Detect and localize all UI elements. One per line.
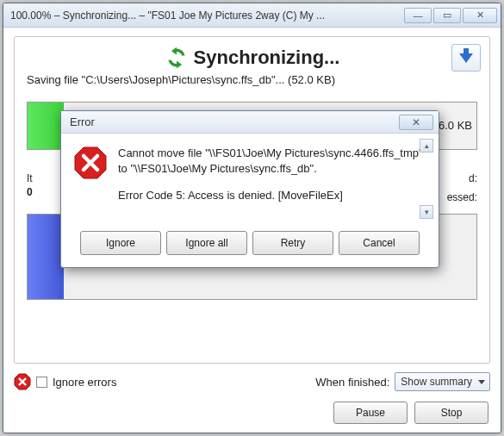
when-finished-label: When finished: (315, 376, 389, 389)
dialog-scrollbar[interactable]: ▴ ▾ (420, 139, 433, 219)
items-value: 0 (27, 186, 33, 198)
sync-icon (165, 46, 189, 70)
items-label: It (27, 172, 33, 184)
error-icon (14, 373, 31, 390)
dialog-message: Cannot move file "\\FS01\Joe\My Pictures… (118, 146, 426, 215)
progress-size-label: 6.0 KB (439, 119, 472, 132)
footer-row: Ignore errors When finished: Show summar… (14, 372, 490, 391)
when-finished-value: Show summary (401, 376, 472, 388)
scroll-up-icon[interactable]: ▴ (420, 139, 433, 153)
titlebar: 100.00% – Synchronizing... – "FS01 Joe M… (3, 3, 501, 28)
dialog-msg-2: Error Code 5: Access is denied. [MoveFil… (118, 188, 426, 203)
retry-button[interactable]: Retry (252, 231, 333, 255)
dialog-msg-1: Cannot move file "\\FS01\Joe\My Pictures… (118, 146, 426, 176)
sync-title: Synchronizing... (194, 47, 340, 69)
stop-button[interactable]: Stop (414, 402, 488, 424)
button-row: Pause Stop (14, 402, 490, 424)
window-title: 100.00% – Synchronizing... – "FS01 Joe M… (10, 9, 404, 22)
window-controls: — ▭ ✕ (404, 8, 497, 23)
dialog-title: Error (70, 115, 399, 128)
ignore-errors-label: Ignore errors (53, 376, 116, 389)
dialog-titlebar: Error ✕ (61, 111, 439, 134)
when-finished-dropdown[interactable]: Show summary (395, 372, 490, 391)
processed-label: essed: (447, 191, 477, 203)
scroll-down-icon[interactable]: ▾ (420, 205, 433, 219)
ignore-button[interactable]: Ignore (80, 231, 161, 255)
down-arrow-icon (459, 53, 473, 63)
progress-fill-2 (28, 215, 64, 299)
remaining-label: d: (447, 172, 477, 184)
sync-header: Synchronizing... (27, 46, 477, 70)
dialog-buttons: Ignore Ignore all Retry Cancel (61, 224, 439, 267)
pause-button[interactable]: Pause (333, 402, 408, 424)
progress-fill-1 (28, 103, 64, 149)
error-dialog: Error ✕ Cannot move file "\\FS01\Joe\My … (60, 110, 439, 268)
dialog-body: Cannot move file "\\FS01\Joe\My Pictures… (61, 134, 439, 224)
minimize-button[interactable]: — (404, 8, 432, 23)
collapse-button[interactable] (451, 44, 481, 72)
maximize-button[interactable]: ▭ (433, 8, 461, 23)
status-text: Saving file "C:\Users\Joseph\Pictures\sy… (27, 73, 477, 86)
ignore-all-button[interactable]: Ignore all (166, 231, 247, 255)
right-stats: d: essed: (447, 172, 477, 203)
dialog-close-button[interactable]: ✕ (399, 115, 433, 130)
items-block: It 0 (27, 172, 33, 203)
cancel-button[interactable]: Cancel (339, 231, 420, 255)
ignore-errors-checkbox[interactable] (36, 377, 47, 388)
error-octagon-icon (73, 146, 108, 180)
close-button[interactable]: ✕ (463, 8, 497, 23)
